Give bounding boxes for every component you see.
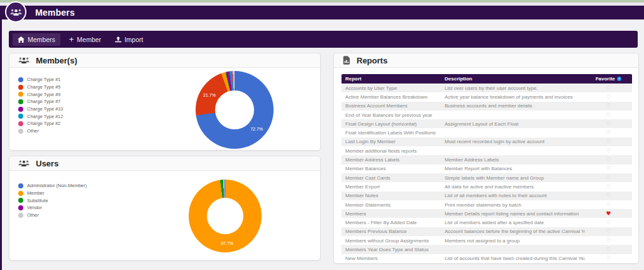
favorite-heart-icon[interactable]: ♡ <box>585 238 632 244</box>
favorite-heart-icon[interactable]: ♡ <box>585 157 632 163</box>
legend-item: Charge Type #1 <box>18 76 63 84</box>
favorite-heart-icon[interactable]: ♡ <box>585 103 632 109</box>
favorite-heart-icon[interactable]: ♡ <box>585 121 632 127</box>
nav-bar: Members + Member Import <box>9 31 638 48</box>
legend-item: Vendor <box>18 204 87 212</box>
home-icon <box>18 36 25 43</box>
legend-dot <box>18 121 23 126</box>
column-header-description: Description <box>445 76 585 82</box>
favorite-heart-icon[interactable]: ♡ <box>585 220 632 225</box>
table-row[interactable]: Float Design Layout (horizontal)Assignme… <box>341 119 632 128</box>
report-name-link[interactable]: Member Balances <box>341 166 445 171</box>
legend-dot <box>18 205 23 210</box>
report-description: Members not assigned to a group <box>445 238 585 244</box>
table-row[interactable]: Members without Group AssignmentsMembers… <box>341 236 632 245</box>
table-row[interactable]: Member Cast CardsSimple labels with Memb… <box>341 173 632 182</box>
favorite-heart-icon[interactable]: ♡ <box>585 139 632 144</box>
table-row[interactable]: Member Address LabelsMember Address Labe… <box>341 155 632 164</box>
legend-dot <box>18 191 23 196</box>
tab-members-label: Members <box>28 36 55 43</box>
report-description: List of all members with notes to their … <box>445 193 585 198</box>
table-row[interactable]: Members - Filter By Added DateList of me… <box>341 218 632 227</box>
users-chart-legend: Administrator (Non-Member)MemberSubstitu… <box>18 182 87 219</box>
table-row[interactable]: Member StatementsPrint member statements… <box>341 200 632 209</box>
members-card-title: Member(s) <box>36 56 77 65</box>
favorite-heart-icon[interactable]: ♡ <box>585 112 632 118</box>
table-row[interactable]: Member additional fields reports♡ <box>341 146 632 155</box>
table-row[interactable]: Member ExportAll data for active and ina… <box>341 182 632 191</box>
reports-card-title: Reports <box>357 56 387 65</box>
table-row[interactable]: Active Member Balances BreakdownActive y… <box>341 92 632 101</box>
legend-label: Administrator (Non-Member) <box>27 183 87 188</box>
favorite-heart-icon[interactable]: ♡ <box>585 175 632 181</box>
members-chart-legend: Charge Type #1Charge Type #5Charge Type … <box>18 76 63 135</box>
donut-hole <box>215 90 254 129</box>
favorite-heart-icon[interactable]: ♡ <box>585 229 632 234</box>
tab-add-member[interactable]: + Member <box>64 33 106 46</box>
legend-dot <box>18 92 23 97</box>
legend-item: Member <box>18 190 87 197</box>
favorite-heart-icon[interactable]: ♡ <box>585 85 632 91</box>
favorite-heart-icon[interactable]: ♡ <box>585 94 632 100</box>
tab-members[interactable]: Members <box>13 33 60 46</box>
column-header-favorite: Favorite i <box>585 76 632 82</box>
favorite-heart-icon[interactable]: ♡ <box>585 193 632 198</box>
legend-label: Charge Type #7 <box>27 99 60 104</box>
favorite-heart-icon[interactable]: ♡ <box>585 256 632 261</box>
users-card-title: Users <box>36 159 58 168</box>
report-name-link[interactable]: New Members <box>341 256 445 261</box>
table-row[interactable]: Members Previous BalanceAccount balances… <box>341 227 632 236</box>
table-row[interactable]: Member BalancesMember Report with Balanc… <box>341 165 632 173</box>
favorite-heart-icon[interactable]: ♡ <box>585 148 632 154</box>
legend-label: Charge Type #9 <box>27 92 60 97</box>
report-description: Simple labels with Member name and Group <box>445 175 585 181</box>
legend-label: Charge Type #12 <box>27 114 63 119</box>
report-description: Member Address Labels <box>445 157 585 163</box>
table-row[interactable]: Float Identification Labels With Positio… <box>341 128 632 137</box>
report-name-link[interactable]: Member Cast Cards <box>341 175 445 181</box>
legend-label: Charge Type #1 <box>27 77 60 82</box>
report-name-link[interactable]: Last Login By Member <box>341 139 445 144</box>
favorite-heart-icon[interactable]: ♡ <box>585 166 632 171</box>
table-row[interactable]: MembersMember Details report listing nam… <box>341 209 632 218</box>
tab-import[interactable]: Import <box>110 33 148 46</box>
report-name-link[interactable]: Members without Group Assignments <box>341 238 445 244</box>
report-name-link[interactable]: Business Account Members <box>341 103 445 109</box>
favorite-heart-icon[interactable]: ♡ <box>585 247 632 252</box>
plus-icon: + <box>69 36 74 43</box>
report-name-link[interactable]: Member Statements <box>341 202 445 208</box>
users-donut-chart[interactable]: 97.7% <box>189 180 262 252</box>
report-name-link[interactable]: Float Design Layout (horizontal) <box>341 121 445 127</box>
report-name-link[interactable]: Float Identification Labels With Positio… <box>341 130 445 136</box>
report-name-link[interactable]: Member Notes <box>341 193 445 198</box>
members-donut-chart[interactable]: 72.7%21.7% <box>196 71 274 149</box>
table-row[interactable]: Last Login By MemberMost recent recorded… <box>341 138 632 146</box>
favorite-heart-icon[interactable]: ♡ <box>585 130 632 136</box>
report-name-link[interactable]: Member Address Labels <box>341 157 445 163</box>
report-name-link[interactable]: Member Export <box>341 184 445 190</box>
report-name-link[interactable]: Members Previous Balance <box>341 229 445 234</box>
column-header-report: Report <box>341 76 445 82</box>
legend-dot <box>18 198 23 203</box>
report-description: Most recent recorded login by active acc… <box>445 139 585 144</box>
favorite-heart-filled-icon[interactable]: ♥ <box>585 211 632 217</box>
favorite-heart-icon[interactable]: ♡ <box>585 202 632 208</box>
report-name-link[interactable]: Members - Filter By Added Date <box>341 220 445 225</box>
report-name-link[interactable]: Active Member Balances Breakdown <box>341 94 445 100</box>
report-description: Member Details report listing names and … <box>445 211 585 217</box>
report-name-link[interactable]: Members Year Dues Type and Status <box>341 247 445 252</box>
report-name-link[interactable]: End of Year Balances for previous year <box>341 112 445 118</box>
report-name-link[interactable]: Member additional fields reports <box>341 148 445 154</box>
report-name-link[interactable]: Members <box>341 211 445 217</box>
table-row[interactable]: Member NotesList of all members with not… <box>341 192 632 200</box>
people-group-icon <box>18 159 30 167</box>
favorite-heart-icon[interactable]: ♡ <box>585 184 632 190</box>
table-row[interactable]: New MembersList of accounts that have be… <box>341 254 632 263</box>
info-icon[interactable]: i <box>617 77 621 81</box>
table-row[interactable]: Business Account MembersBusiness account… <box>341 102 632 111</box>
table-row[interactable]: Accounts by User TypeList over users by … <box>341 84 632 92</box>
table-row[interactable]: Members Year Dues Type and Status♡ <box>341 245 632 254</box>
report-name-link[interactable]: Accounts by User Type <box>341 85 445 91</box>
members-badge <box>5 1 26 23</box>
table-row[interactable]: End of Year Balances for previous year♡ <box>341 111 632 119</box>
